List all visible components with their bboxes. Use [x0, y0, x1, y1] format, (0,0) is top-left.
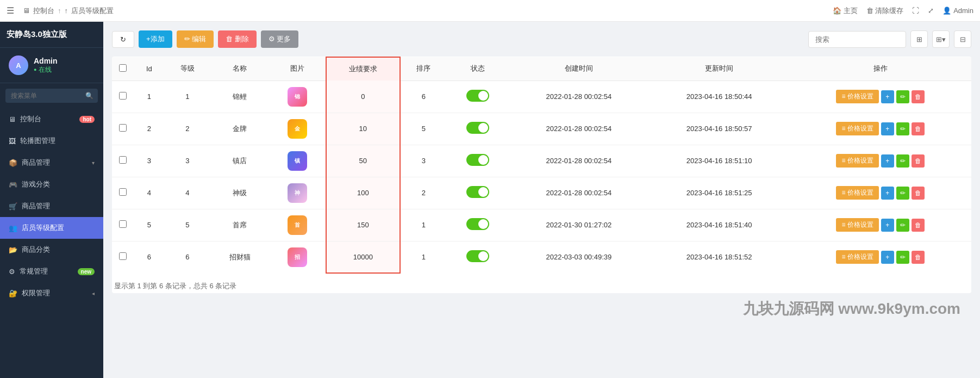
- sidebar-item-product-category[interactable]: 📂 商品分类: [0, 239, 103, 261]
- cell-id: 5: [134, 209, 165, 241]
- cell-status: [447, 241, 509, 273]
- main-content: ↻ +添加 ✏ 编辑 🗑 删除 ⚙ 更多 ⊞ ⊞▾ ⊟: [103, 22, 980, 378]
- status-toggle[interactable]: [466, 218, 489, 230]
- row-edit-button[interactable]: ✏: [896, 219, 909, 232]
- breadcrumb: 🖥 控制台 ↑ ↑ 店员等级配置: [23, 6, 114, 16]
- row-checkbox[interactable]: [119, 252, 127, 260]
- row-add-button[interactable]: +: [881, 219, 894, 232]
- col-performance-header: 业绩要求: [326, 57, 400, 80]
- col-updated-header: 更新时间: [649, 57, 789, 80]
- sidebar-item-game-category[interactable]: 🎮 游戏分类: [0, 173, 103, 195]
- row-delete-button[interactable]: 🗑: [912, 154, 925, 168]
- row-edit-button[interactable]: ✏: [896, 122, 909, 135]
- edit-button[interactable]: ✏ 编辑: [177, 30, 214, 48]
- action-group: ≡ 价格设置 + ✏ 🗑: [795, 154, 966, 168]
- cell-status: [447, 145, 509, 177]
- sidebar-item-member-level[interactable]: 👥 店员等级配置: [0, 217, 103, 239]
- hamburger-icon[interactable]: ☰: [7, 5, 14, 16]
- price-setting-button[interactable]: ≡ 价格设置: [836, 154, 878, 168]
- fullscreen-icon[interactable]: ⛶: [912, 7, 919, 15]
- cell-action: ≡ 价格设置 + ✏ 🗑: [789, 145, 971, 177]
- view-card-icon[interactable]: ⊞: [910, 30, 928, 48]
- status-toggle[interactable]: [466, 90, 489, 102]
- row-edit-button[interactable]: ✏: [896, 90, 909, 103]
- home-link[interactable]: 🏠 主页: [833, 6, 858, 16]
- row-edit-button[interactable]: ✏: [896, 154, 909, 168]
- delete-button[interactable]: 🗑 删除: [218, 30, 257, 48]
- cell-level: 2: [165, 113, 210, 145]
- sidebar: 安静岛3.0独立版 A Admin 在线 🔍 🖥 控制台 hot 🖼: [0, 22, 103, 378]
- row-add-button[interactable]: +: [881, 187, 894, 200]
- cell-created: 2022-01-30 01:27:02: [509, 209, 649, 241]
- status-toggle[interactable]: [466, 186, 489, 198]
- cell-checkbox: [112, 177, 134, 209]
- sidebar-item-permissions[interactable]: 🔐 权限管理 ◂: [0, 282, 103, 304]
- view-grid-icon[interactable]: ⊞▾: [932, 30, 950, 48]
- more-button[interactable]: ⚙ 更多: [261, 30, 299, 48]
- expand-icon[interactable]: ⤢: [928, 7, 934, 15]
- col-img-header: 图片: [269, 57, 326, 80]
- cell-checkbox: [112, 241, 134, 273]
- row-delete-button[interactable]: 🗑: [912, 90, 925, 103]
- view-more-icon[interactable]: ⊟: [954, 30, 971, 48]
- row-checkbox[interactable]: [119, 92, 127, 100]
- search-input[interactable]: [5, 89, 98, 103]
- row-delete-button[interactable]: 🗑: [912, 122, 925, 135]
- row-delete-button[interactable]: 🗑: [912, 251, 925, 264]
- cell-performance: 100: [326, 177, 400, 209]
- row-checkbox[interactable]: [119, 156, 127, 164]
- price-setting-button[interactable]: ≡ 价格设置: [836, 122, 878, 135]
- price-setting-button[interactable]: ≡ 价格设置: [836, 218, 878, 232]
- cell-level: 1: [165, 80, 210, 113]
- price-setting-button[interactable]: ≡ 价格设置: [836, 250, 878, 264]
- row-checkbox[interactable]: [119, 220, 127, 228]
- cell-name: 镇店: [210, 145, 269, 177]
- sidebar-label-carousel: 轮播图管理: [20, 136, 55, 146]
- table-search-input[interactable]: [808, 31, 906, 48]
- status-toggle[interactable]: [466, 122, 489, 134]
- cell-sort: 5: [400, 113, 447, 145]
- user-avatar-top[interactable]: 👤 Admin: [942, 7, 973, 15]
- breadcrumb-label-1[interactable]: 控制台: [33, 6, 54, 16]
- select-all-checkbox[interactable]: [119, 64, 127, 72]
- toolbar-right: ⊞ ⊞▾ ⊟: [808, 30, 971, 48]
- cell-level: 5: [165, 209, 210, 241]
- refresh-button[interactable]: ↻: [112, 31, 134, 48]
- cell-checkbox: [112, 113, 134, 145]
- row-checkbox[interactable]: [119, 188, 127, 196]
- row-add-button[interactable]: +: [881, 90, 894, 103]
- row-delete-button[interactable]: 🗑: [912, 187, 925, 200]
- row-edit-button[interactable]: ✏: [896, 187, 909, 200]
- username: Admin: [34, 57, 58, 65]
- row-add-button[interactable]: +: [881, 251, 894, 264]
- row-edit-button[interactable]: ✏: [896, 251, 909, 264]
- row-checkbox[interactable]: [119, 124, 127, 132]
- cell-performance: 0: [326, 80, 400, 113]
- sidebar-icon-goods: 📦: [9, 159, 17, 167]
- cell-id: 3: [134, 145, 165, 177]
- col-level-header: 等级: [165, 57, 210, 80]
- sidebar-label-game: 游戏分类: [22, 179, 50, 189]
- sidebar-item-general[interactable]: ⚙ 常规管理 new: [0, 261, 103, 282]
- row-add-button[interactable]: +: [881, 122, 894, 135]
- row-delete-button[interactable]: 🗑: [912, 219, 925, 232]
- row-add-button[interactable]: +: [881, 154, 894, 168]
- table-row: 2 2 金牌 金 10 5 2022-01-28 00:02:54 2023-0…: [112, 113, 971, 145]
- price-setting-button[interactable]: ≡ 价格设置: [836, 186, 878, 200]
- breadcrumb-label-2[interactable]: 店员等级配置: [71, 6, 114, 16]
- cell-action: ≡ 价格设置 + ✏ 🗑: [789, 113, 971, 145]
- price-setting-button[interactable]: ≡ 价格设置: [836, 90, 878, 103]
- status-toggle[interactable]: [466, 154, 489, 166]
- sidebar-item-goods[interactable]: 🛒 商品管理: [0, 195, 103, 217]
- add-button[interactable]: +添加: [139, 30, 172, 48]
- clear-cache-link[interactable]: 🗑 清除缓存: [866, 6, 904, 16]
- level-badge-img: 镇: [288, 151, 307, 171]
- sidebar-item-carousel[interactable]: 🖼 轮播图管理: [0, 130, 103, 152]
- sidebar-item-goods-manage[interactable]: 📦 商品管理 ▾: [0, 152, 103, 173]
- table-row: 1 1 锦鲤 锦 0 6 2022-01-28 00:02:54 2023-04…: [112, 80, 971, 113]
- sidebar-search[interactable]: 🔍: [5, 89, 98, 103]
- status-toggle[interactable]: [466, 250, 489, 262]
- cell-id: 2: [134, 113, 165, 145]
- level-badge-img: 首: [288, 215, 307, 235]
- sidebar-item-dashboard[interactable]: 🖥 控制台 hot: [0, 108, 103, 130]
